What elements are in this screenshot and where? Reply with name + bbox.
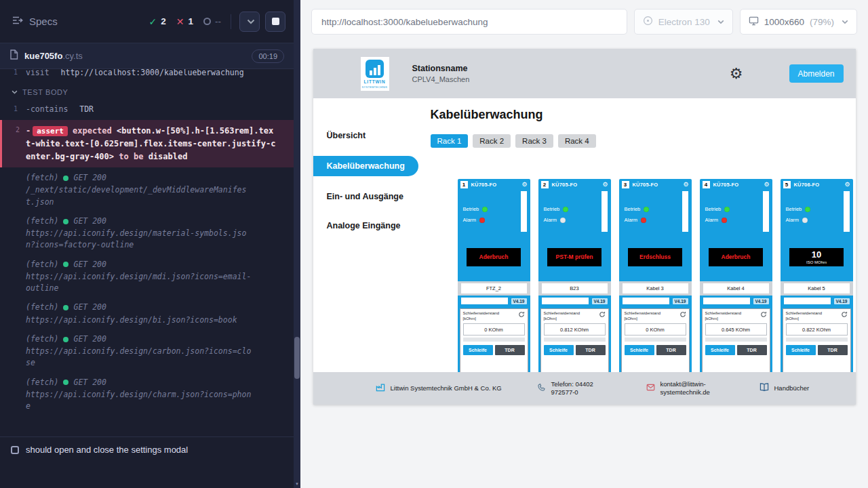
status-display: Aderbruch (467, 248, 521, 266)
footer-manuals-link[interactable]: Handbücher (760, 383, 810, 393)
device-card: 3KÜ705-FO⚙ Betrieb Alarm Erdschluss Kabe… (619, 179, 692, 382)
assert-state: disabled (149, 152, 188, 161)
fetch-log-entry[interactable]: (fetch)GET 200 https://api.iconify.desig… (0, 331, 294, 372)
fetch-log-entry[interactable]: (fetch)GET 200 https://api.iconify.desig… (0, 256, 294, 298)
gear-icon[interactable]: ⚙ (602, 182, 608, 188)
device-cards-row: 1KÜ705-FO⚙ Betrieb Alarm Aderbruch FTZ_2… (458, 179, 856, 382)
sidebar-nav: Übersicht Kabelüberwachung Ein- und Ausg… (313, 98, 418, 405)
resistance-strip (786, 338, 848, 342)
stop-button[interactable] (265, 12, 285, 32)
fetch-url: /_next/static/development/_devMiddleware… (26, 184, 256, 208)
betrieb-led (644, 207, 649, 212)
tab-rack-4[interactable]: Rack 4 (558, 134, 596, 148)
scrollbar-down-arrow[interactable]: ▼ (294, 482, 300, 486)
status-ok-dot (63, 380, 68, 385)
alarm-label: Alarm (544, 217, 557, 223)
nav-item-kabelueberwachung[interactable]: Kabelüberwachung (313, 156, 418, 176)
spec-ext: .cy.ts (62, 51, 82, 61)
command-log: 1 visit http://localhost:3000/kabelueber… (0, 69, 294, 436)
test-icon (11, 446, 19, 454)
fetch-log-entry[interactable]: (fetch)GET 200 https://api.iconify.desig… (0, 213, 294, 254)
logo-subtext: SYSTEMTECHNIK (362, 85, 388, 89)
nav-item-ein-und-ausgaenge[interactable]: Ein- und Ausgänge (313, 188, 418, 205)
refresh-icon[interactable] (599, 311, 606, 318)
stop-icon (272, 18, 279, 25)
tdr-button[interactable]: TDR (737, 345, 767, 355)
assert-dash: - (26, 126, 31, 136)
firmware-version: V4.19 (834, 298, 850, 304)
specs-label: Specs (29, 16, 58, 27)
url-input[interactable] (311, 9, 627, 35)
littwin-logo-icon (366, 60, 384, 78)
resistance-label: Schleifenwiderstand [kOhm] (463, 311, 509, 321)
mail-icon (646, 384, 655, 393)
gear-icon[interactable]: ⚙ (683, 182, 688, 188)
status-ok-dot (63, 337, 68, 342)
next-test-row[interactable]: should open and close the settings modal (0, 436, 294, 462)
test-body-section[interactable]: TEST BODY (0, 81, 294, 100)
tab-rack-2[interactable]: Rack 2 (473, 134, 511, 148)
value-box (461, 298, 508, 304)
fetch-log-entry[interactable]: (fetch)GET 200 /_next/static/development… (0, 169, 294, 211)
device-card: 1KÜ705-FO⚙ Betrieb Alarm Aderbruch FTZ_2… (458, 179, 530, 382)
command-contains[interactable]: 1 -contains TDR (0, 101, 294, 118)
refresh-icon[interactable] (679, 311, 686, 318)
viewport-selector[interactable]: 1000x660 (79%) (740, 9, 857, 35)
schleife-button[interactable]: Schleife (705, 345, 735, 355)
refresh-icon[interactable] (841, 311, 848, 318)
resistance-panel: Schleifenwiderstand [kOhm] 0.812 KOhm Sc… (540, 308, 609, 380)
footer-phone: Telefon: 04402 972577-0 (537, 380, 615, 397)
resistance-strip (625, 338, 686, 342)
command-visit[interactable]: 1 visit http://localhost:3000/kabelueber… (0, 69, 294, 81)
footer-email[interactable]: kontakt@littwin-systemtechnik.de (646, 380, 728, 397)
schleife-button[interactable]: Schleife (625, 345, 654, 355)
reporter-scrollbar: ▼ (294, 0, 300, 488)
station-name: CPLV4_Maschen (412, 75, 470, 83)
alarm-led (479, 218, 485, 223)
betrieb-label: Betrieb (786, 206, 802, 212)
tdr-button[interactable]: TDR (656, 345, 686, 355)
status-display: PST-M prüfen (547, 248, 601, 266)
command-arg: TDR (79, 104, 94, 114)
tdr-button[interactable]: TDR (818, 345, 848, 355)
cable-name: Kabel 5 (784, 283, 850, 293)
schleife-button[interactable]: Schleife (786, 345, 816, 355)
failed-assert-command[interactable]: 2 -assertexpected <button.w-[50%].h-[1.5… (0, 120, 294, 167)
pending-count: -- (215, 16, 221, 26)
scrollbar-thumb[interactable] (294, 337, 300, 379)
settings-gear-icon[interactable]: ⚙ (730, 66, 743, 81)
collapse-reporter-button[interactable] (239, 12, 260, 32)
tdr-button[interactable]: TDR (495, 345, 525, 355)
tdr-button[interactable]: TDR (576, 345, 606, 355)
schleife-button[interactable]: Schleife (544, 345, 574, 355)
browser-label: Electron 130 (658, 17, 710, 27)
value-box (784, 298, 831, 304)
factory-icon (376, 383, 385, 394)
refresh-icon[interactable] (760, 311, 767, 318)
firmware-version: V4.19 (511, 298, 527, 304)
spec-name: kue705fo (24, 51, 62, 61)
gear-icon[interactable]: ⚙ (844, 182, 850, 188)
fetch-log-entry[interactable]: (fetch)GET 200 https://api.iconify.desig… (0, 374, 294, 415)
browser-selector[interactable]: Electron 130 (634, 9, 733, 35)
tab-rack-3[interactable]: Rack 3 (515, 134, 553, 148)
schleife-button[interactable]: Schleife (463, 345, 493, 355)
next-test-title: should open and close the settings modal (26, 445, 188, 455)
spec-header[interactable]: kue705fo.cy.ts 00:19 (0, 43, 294, 69)
nav-item-analoge-eingaenge[interactable]: Analoge Eingänge (313, 217, 418, 235)
logout-button[interactable]: Abmelden (789, 64, 844, 83)
nav-item-uebersicht[interactable]: Übersicht (313, 127, 418, 144)
specs-toggle[interactable]: Specs (12, 16, 58, 27)
tab-rack-1[interactable]: Rack 1 (431, 134, 469, 148)
station-label: Stationsname (412, 64, 470, 73)
app-header: LITTWIN SYSTEMTECHNIK Stationsname CPLV4… (313, 49, 856, 98)
phone-icon (537, 383, 546, 394)
resistance-strip (544, 338, 606, 342)
value-box (703, 298, 750, 304)
device-number: 4 (703, 181, 710, 188)
gear-icon[interactable]: ⚙ (521, 182, 527, 188)
fetch-status: GET 200 (73, 377, 106, 388)
fetch-log-entry[interactable]: (fetch)GET 200 https://api.iconify.desig… (0, 299, 294, 329)
refresh-icon[interactable] (518, 311, 525, 318)
gear-icon[interactable]: ⚙ (764, 182, 769, 188)
